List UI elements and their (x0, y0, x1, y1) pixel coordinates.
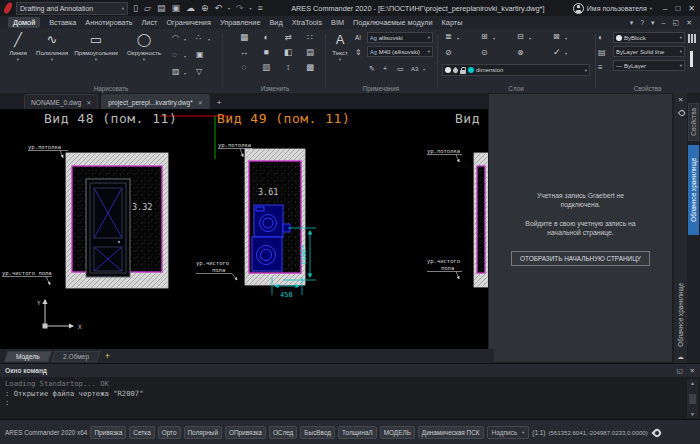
text-style-combo[interactable]: Ag allisovski ▾ (367, 32, 433, 43)
dimension-icon[interactable]: ⇕ (355, 48, 362, 58)
frame-icon[interactable]: ▭ (397, 64, 404, 74)
model-tab[interactable]: Модель (4, 351, 51, 362)
text-tool[interactable]: A Текст ▾ (328, 31, 352, 62)
scroll-thumb[interactable] (689, 394, 696, 404)
doc-tab-close-icon[interactable]: ✕ (198, 99, 203, 106)
text-caret-icon[interactable]: ▾ (339, 57, 341, 62)
maximize-button[interactable]: □ (675, 4, 680, 13)
tab-view[interactable]: Вид (269, 18, 282, 27)
lineweight-combo[interactable]: — ByLayer ▾ (613, 60, 685, 71)
doc-tab-noname[interactable]: NONAME_0.dwg ✕ (24, 94, 98, 109)
layer-off-icon[interactable]: ⊘ (445, 48, 452, 58)
toggle-grid[interactable]: Сетка (129, 426, 154, 439)
toggle-polar[interactable]: Полярный (184, 426, 222, 439)
layers-caret-icon[interactable]: ▾ (565, 51, 567, 56)
modify-tool-icon[interactable]: ▦ (233, 32, 255, 47)
circle-caret-icon[interactable]: ▾ (143, 57, 145, 62)
layer-new-icon[interactable]: ⊞ (481, 32, 488, 42)
new-doc-tab-button[interactable]: + (213, 96, 226, 109)
web-icon[interactable]: ⊕ (201, 3, 209, 13)
modify-tool-icon[interactable]: ▩ (299, 62, 321, 77)
help-caret-icon[interactable]: ▾ (651, 19, 655, 27)
modify-tool-icon[interactable]: ▥ (255, 62, 277, 77)
ellipse-icon[interactable]: ◌ (172, 50, 177, 60)
annotation-scale-combo[interactable]: Надпись ▾ (487, 426, 530, 439)
pattern-icon[interactable] (688, 34, 696, 43)
tab-xtratools[interactable]: XtraTools (292, 18, 322, 27)
close-button[interactable]: ✕ (688, 4, 695, 13)
modify-tool-icon[interactable]: ▤ (299, 47, 321, 62)
doc-close-button[interactable]: ✕ (686, 19, 692, 27)
toggle-ortho[interactable]: Орто (158, 426, 181, 439)
layers-caret-icon[interactable]: ▾ (565, 36, 567, 41)
command-history[interactable]: Loading Standartop... OK : Открытие файл… (0, 377, 700, 410)
modify-tool-icon[interactable]: ◐ (255, 32, 277, 47)
doc-tab-project[interactable]: project_perepl...kvartiry.dwg* ✕ (101, 94, 210, 109)
layer-freeze-icon[interactable]: ⊟ (517, 32, 524, 42)
toggle-esnap[interactable]: ОПривязка (225, 426, 266, 439)
tab-sheet[interactable]: Лист (142, 18, 158, 27)
modify-tool-icon[interactable]: ⇄ (277, 32, 299, 47)
toggle-quickinput[interactable]: БысВвод (300, 426, 335, 439)
hatch-style-icon[interactable]: ▤ (598, 48, 606, 58)
modify-tool-icon[interactable]: ↔ (233, 47, 255, 62)
ellipse-caret-icon[interactable]: ▾ (184, 54, 186, 59)
polyline-tool[interactable]: ∿ Полилиния ▾ (34, 31, 70, 62)
redo-caret-icon[interactable]: ▾ (250, 6, 252, 11)
points-icon[interactable]: ∴ (196, 33, 201, 43)
qat-customize-icon[interactable]: ≡ (258, 3, 263, 13)
layer-isolate-icon[interactable]: ⊙ (481, 48, 488, 58)
linestyle-list-icon[interactable]: ≡ (598, 63, 603, 73)
line-tool[interactable]: ╱ Линия ▾ (2, 31, 34, 62)
polyline-caret-icon[interactable]: ▾ (51, 57, 53, 62)
tab-home[interactable]: Домой (8, 17, 40, 28)
tab-bim[interactable]: BIM (331, 18, 344, 27)
scroll-up-icon[interactable]: ▲ (690, 380, 695, 386)
minimize-button[interactable]: – (663, 4, 667, 13)
layers-caret-icon[interactable]: ▾ (457, 36, 459, 41)
modify-tool-icon[interactable]: ◌ (233, 62, 255, 77)
lineweight-slider[interactable] (690, 51, 693, 67)
save-icon[interactable]: ▣ (171, 3, 180, 13)
arc-icon[interactable]: ◠ (172, 33, 179, 43)
undo-caret-icon[interactable]: ▾ (228, 6, 230, 11)
layer-combo[interactable]: dimension ▾ (442, 64, 590, 76)
points-caret-icon[interactable]: ▾ (208, 37, 210, 42)
show-start-page-button[interactable]: ОТОБРАЗИТЬ НАЧАЛЬНУЮ СТРАНИЦУ (511, 251, 650, 266)
drawing-canvas[interactable]: Вид 48 (пом. 11) Вид 49 (пом. 11) Вид 3.… (0, 109, 488, 349)
tab-manage[interactable]: Управление (220, 18, 261, 27)
linestyle-combo[interactable]: ByLayer Solid line ▾ (613, 46, 685, 57)
toggle-dynamic-ucs[interactable]: Динамическая ПСК (418, 426, 484, 439)
toggle-lineweight[interactable]: ТолщинаЛ (338, 426, 377, 439)
modify-tool-icon[interactable]: ◧ (277, 47, 299, 62)
add-annotation-icon[interactable]: + (383, 64, 387, 74)
arc-caret-icon[interactable]: ▾ (184, 37, 186, 42)
doc-minimize-button[interactable]: – (662, 19, 666, 27)
command-scrollbar[interactable]: ▲ ▼ (687, 379, 698, 418)
layers-caret-icon[interactable]: ▾ (529, 36, 531, 41)
rectangle-caret-icon[interactable]: ▾ (95, 57, 97, 62)
rectangle-tool[interactable]: ▭ Прямоугольник ▾ (70, 31, 122, 62)
layer-check-icon[interactable]: ✓ (553, 47, 561, 57)
color-combo[interactable]: ByBlock ▾ (613, 32, 685, 43)
toggle-snap[interactable]: Привязка (90, 426, 126, 439)
undo-icon[interactable]: ↶ (214, 3, 222, 13)
layer-lock-icon[interactable]: ⊗ (517, 48, 524, 58)
new-file-icon[interactable]: ▯ (133, 3, 138, 13)
geolocation-pin-icon[interactable] (651, 427, 662, 438)
doc-restore-button[interactable]: ◱ (673, 19, 680, 27)
panel-close-icon[interactable]: ✕ (674, 96, 687, 104)
side-tab-cloud-storage[interactable]: Облачное хранилище (688, 145, 699, 235)
tab-annotate[interactable]: Аннотировать (85, 18, 132, 27)
pencil-icon[interactable]: ✎ (369, 64, 375, 74)
note-icon[interactable]: A! (355, 33, 361, 43)
modify-tool-icon[interactable]: ■ (255, 47, 277, 62)
layer-manager-icon[interactable]: ≣ (445, 32, 452, 42)
redo-icon[interactable]: ↷ (236, 3, 244, 13)
pin-icon[interactable] (678, 109, 686, 117)
scroll-down-icon[interactable]: ▼ (690, 411, 695, 417)
circle-tool[interactable]: ◯ Окружность ▾ (122, 31, 166, 62)
doc-tab-close-icon[interactable]: ✕ (86, 99, 91, 106)
open-file-icon[interactable]: ▱ (144, 3, 151, 13)
user-account[interactable]: Имя пользователя ▾ (573, 3, 652, 14)
